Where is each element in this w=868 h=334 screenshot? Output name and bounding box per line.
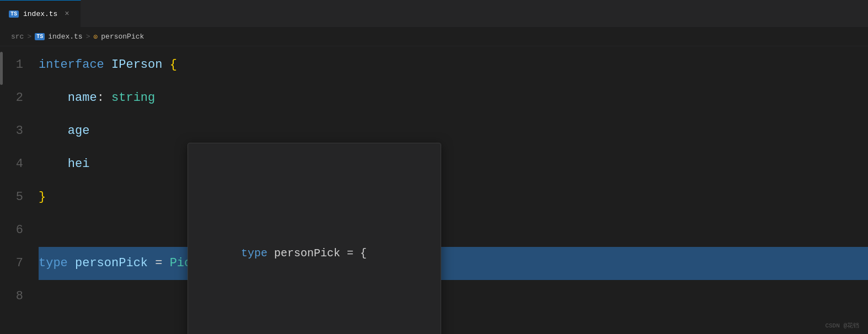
tab-index-ts[interactable]: TS index.ts × [0, 0, 81, 27]
tooltip-rest1: personPick = { [267, 247, 367, 260]
code-line-4: hei [39, 148, 868, 181]
token-hei-prop: hei [39, 148, 89, 181]
breadcrumb-src: src [11, 33, 24, 41]
tooltip-popup: type personPick = { name: string; height… [187, 143, 441, 334]
breadcrumb: src > TS index.ts > ⊙ personPick [0, 28, 868, 46]
token-space1 [104, 49, 111, 82]
breadcrumb-func-icon: ⊙ [93, 33, 98, 41]
code-line-1: interface IPerson { [39, 49, 868, 82]
tooltip-line1: type personPick = { [201, 211, 427, 297]
scrollbar-track[interactable] [0, 46, 3, 334]
line-num-7: 7 [0, 247, 23, 280]
token-colon1: : [97, 82, 111, 115]
breadcrumb-sep1: > [27, 33, 31, 41]
tooltip-type-kw: type [241, 247, 267, 260]
code-line-3: age [39, 115, 868, 148]
token-eq: = [155, 247, 162, 280]
token-age-prop: age [39, 115, 89, 148]
line-num-4: 4 [0, 148, 23, 181]
token-string-type: string [111, 82, 155, 115]
token-iperson: IPerson [111, 49, 162, 82]
breadcrumb-sep2: > [86, 33, 90, 41]
line-num-2: 2 [0, 82, 23, 115]
token-interface-kw: interface [39, 49, 104, 82]
code-line-8 [39, 280, 868, 313]
token-close-brace1: } [39, 181, 46, 214]
token-type-kw: type [39, 247, 68, 280]
line-num-3: 3 [0, 115, 23, 148]
token-sp2 [148, 247, 155, 280]
breadcrumb-file: index.ts [48, 33, 82, 41]
token-open-brace1: { [170, 49, 177, 82]
scrollbar-thumb [0, 52, 3, 85]
line-numbers: 1 2 3 4 5 6 7 8 [0, 49, 33, 313]
token-personpick-id: personPick [75, 247, 148, 280]
line-num-1: 1 [0, 49, 23, 82]
token-name-prop: name [39, 82, 97, 115]
tab-bar: TS index.ts × [0, 0, 868, 28]
token-sp3 [162, 247, 169, 280]
tab-filename: index.ts [23, 10, 57, 18]
breadcrumb-ts-icon: TS [35, 33, 45, 40]
code-line-5: } [39, 181, 868, 214]
code-line-7: type personPick = Pick < IPerson , 'name… [39, 247, 868, 280]
code-line-6 [39, 214, 868, 247]
editor-area[interactable]: 1 2 3 4 5 6 7 8 interface IPerson { name [0, 46, 868, 334]
tab-close-button[interactable]: × [62, 9, 72, 19]
line-num-5: 5 [0, 181, 23, 214]
code-lines: interface IPerson { name : string age he… [33, 49, 868, 313]
line-num-6: 6 [0, 214, 23, 247]
watermark: CSDN @花铛 [825, 321, 859, 330]
ts-icon: TS [9, 10, 19, 18]
code-line-2: name : string [39, 82, 868, 115]
breadcrumb-func: personPick [101, 33, 144, 41]
token-sp1 [68, 247, 75, 280]
line-num-8: 8 [0, 280, 23, 313]
token-space2 [162, 49, 169, 82]
